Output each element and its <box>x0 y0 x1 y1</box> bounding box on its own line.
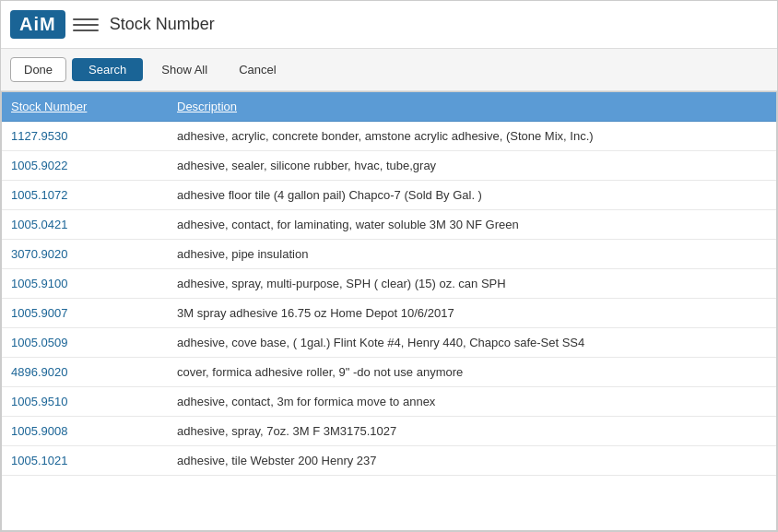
cell-stock-number: 1127.9530 <box>2 122 168 151</box>
stock-number-link[interactable]: 1005.1021 <box>11 454 67 467</box>
cell-stock-number: 1005.0421 <box>2 210 168 240</box>
search-button[interactable]: Search <box>72 58 143 81</box>
main-window: AiM Stock Number Done Search Show All Ca… <box>0 0 778 532</box>
table-row: 1127.9530adhesive, acrylic, concrete bon… <box>2 122 776 151</box>
title-bar: AiM Stock Number <box>1 1 777 49</box>
col-header-desc[interactable]: Description <box>168 92 776 122</box>
cell-stock-number: 1005.0509 <box>2 328 168 358</box>
cancel-button[interactable]: Cancel <box>226 58 289 81</box>
stock-number-link[interactable]: 1005.9008 <box>11 424 67 438</box>
cell-description: adhesive, acrylic, concrete bonder, amst… <box>168 122 776 151</box>
table-row: 1005.9022adhesive, sealer, silicone rubb… <box>2 151 776 181</box>
table-row: 1005.0421adhesive, contact, for laminati… <box>2 210 776 240</box>
cell-description: adhesive floor tile (4 gallon pail) Chap… <box>168 181 776 210</box>
table-header-row: Stock Number Description <box>2 92 776 122</box>
stock-number-link[interactable]: 1005.9022 <box>11 159 67 172</box>
stock-number-link[interactable]: 1005.9007 <box>11 306 67 320</box>
cell-description: adhesive, sealer, silicone rubber, hvac,… <box>168 151 776 181</box>
show-all-button[interactable]: Show All <box>148 58 220 81</box>
cell-description: adhesive, pipe insulation <box>168 240 776 269</box>
cell-description: adhesive, cove base, ( 1gal.) Flint Kote… <box>168 328 776 358</box>
table-row: 1005.1072adhesive floor tile (4 gallon p… <box>2 181 776 210</box>
cell-description: 3M spray adhesive 16.75 oz Home Depot 10… <box>168 299 776 328</box>
stock-number-link[interactable]: 3070.9020 <box>11 247 67 261</box>
stock-number-link[interactable]: 1005.9100 <box>11 277 67 290</box>
cell-description: adhesive, contact, 3m for formica move t… <box>168 387 776 417</box>
table-row: 3070.9020adhesive, pipe insulation <box>2 240 776 269</box>
cell-description: adhesive, spray, 7oz. 3M F 3M3175.1027 <box>168 417 776 446</box>
table-row: 1005.90073M spray adhesive 16.75 oz Home… <box>2 299 776 328</box>
col-header-stock-link[interactable]: Stock Number <box>11 100 87 113</box>
toolbar: Done Search Show All Cancel <box>1 49 777 91</box>
cell-stock-number: 3070.9020 <box>2 240 168 269</box>
results-table: Stock Number Description 1127.9530adhesi… <box>2 92 776 476</box>
table-body: 1127.9530adhesive, acrylic, concrete bon… <box>2 122 776 476</box>
col-header-stock[interactable]: Stock Number <box>2 92 168 122</box>
cell-description: adhesive, contact, for laminating, water… <box>168 210 776 240</box>
cell-description: cover, formica adhesive roller, 9" -do n… <box>168 358 776 387</box>
cell-stock-number: 1005.9007 <box>2 299 168 328</box>
col-header-desc-link[interactable]: Description <box>177 100 237 113</box>
stock-number-link[interactable]: 1005.9510 <box>11 395 67 408</box>
table-row: 4896.9020cover, formica adhesive roller,… <box>2 358 776 387</box>
done-button[interactable]: Done <box>10 57 66 82</box>
cell-stock-number: 1005.9008 <box>2 417 168 446</box>
cell-stock-number: 1005.1021 <box>2 446 168 476</box>
cell-stock-number: 1005.9100 <box>2 269 168 299</box>
stock-number-link[interactable]: 1005.0421 <box>11 218 67 231</box>
hamburger-menu-icon[interactable] <box>73 12 99 38</box>
aim-logo: AiM <box>10 10 65 39</box>
cell-stock-number: 1005.9510 <box>2 387 168 417</box>
table-row: 1005.9510adhesive, contact, 3m for formi… <box>2 387 776 417</box>
cell-description: adhesive, tile Webster 200 Henry 237 <box>168 446 776 476</box>
cell-stock-number: 1005.9022 <box>2 151 168 181</box>
table-row: 1005.1021adhesive, tile Webster 200 Henr… <box>2 446 776 476</box>
cell-stock-number: 4896.9020 <box>2 358 168 387</box>
page-title: Stock Number <box>110 15 215 34</box>
cell-stock-number: 1005.1072 <box>2 181 168 210</box>
stock-number-link[interactable]: 1005.1072 <box>11 188 67 202</box>
table-row: 1005.9008adhesive, spray, 7oz. 3M F 3M31… <box>2 417 776 446</box>
stock-number-link[interactable]: 1005.0509 <box>11 336 67 349</box>
stock-number-link[interactable]: 4896.9020 <box>11 365 67 379</box>
table-row: 1005.0509adhesive, cove base, ( 1gal.) F… <box>2 328 776 358</box>
stock-number-link[interactable]: 1127.9530 <box>11 129 67 143</box>
table-row: 1005.9100adhesive, spray, multi-purpose,… <box>2 269 776 299</box>
results-table-container: Stock Number Description 1127.9530adhesi… <box>1 91 777 531</box>
cell-description: adhesive, spray, multi-purpose, SPH ( cl… <box>168 269 776 299</box>
